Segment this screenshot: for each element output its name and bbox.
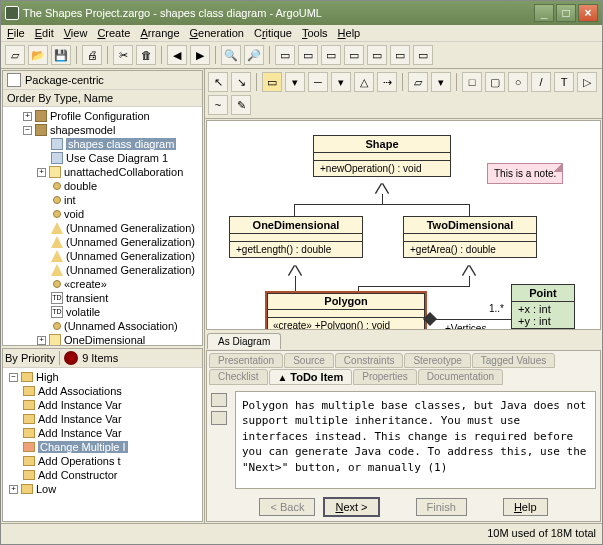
diag6-button[interactable]: ▭ [390,45,410,65]
tree-item[interactable]: (Unnamed Generalization) [5,221,200,235]
minimize-button[interactable]: _ [534,4,554,22]
order-combo[interactable]: Order By Type, Name [7,92,113,104]
tab-properties[interactable]: Properties [353,369,417,385]
tab-documentation[interactable]: Documentation [418,369,503,385]
next-button[interactable]: Next > [323,497,379,517]
zoom-button[interactable]: 🔎 [244,45,264,65]
todo-item[interactable]: Add Associations [5,384,200,398]
diag7-button[interactable]: ▭ [413,45,433,65]
todo-item[interactable]: Add Instance Var [5,412,200,426]
tab-as-diagram[interactable]: As Diagram [207,333,281,349]
tab-tagged-values[interactable]: Tagged Values [472,353,555,368]
new-button[interactable]: ▱ [5,45,25,65]
menu-help[interactable]: Help [338,27,361,39]
diag5-button[interactable]: ▭ [367,45,387,65]
tree-item[interactable]: (Unnamed Generalization) [5,249,200,263]
tree-item[interactable]: +OneDimensional [5,333,200,345]
note-element[interactable]: This is a note. [487,163,563,184]
todo-item[interactable]: Add Operations t [5,454,200,468]
select-tool[interactable]: ↖ [208,72,228,92]
snooze-icon[interactable] [211,411,227,425]
tab-source[interactable]: Source [284,353,334,368]
curve-tool[interactable]: ~ [208,95,228,115]
print-button[interactable]: 🖨 [82,45,102,65]
menu-create[interactable]: Create [97,27,130,39]
class-shape[interactable]: Shape +newOperation() : void [313,135,451,177]
tree-item[interactable]: TDvolatile [5,305,200,319]
class-point[interactable]: Point +x : int+y : int [511,284,575,330]
note-tool[interactable]: ▱ [408,72,428,92]
rect-tool[interactable]: □ [462,72,482,92]
line-tool[interactable]: / [531,72,551,92]
assoc-tool[interactable]: ─ [308,72,328,92]
find-button[interactable]: 🔍 [221,45,241,65]
menu-file[interactable]: File [7,27,25,39]
tree-item[interactable]: «create» [5,277,200,291]
text-tool[interactable]: T [554,72,574,92]
diag1-button[interactable]: ▭ [275,45,295,65]
diag2-button[interactable]: ▭ [298,45,318,65]
broom-tool[interactable]: ↘ [231,72,251,92]
wizard-icon[interactable] [211,393,227,407]
todo-item[interactable]: Add Instance Var [5,426,200,440]
class-onedimensional[interactable]: OneDimensional +getLength() : double [229,216,363,258]
tree-item[interactable]: (Unnamed Association) [5,319,200,333]
tab-checklist[interactable]: Checklist [209,369,268,385]
perspective-combo[interactable]: Package-centric [25,74,104,86]
tab-todo-item[interactable]: ▲ ToDo Item [269,369,353,385]
menu-arrange[interactable]: Arrange [140,27,179,39]
menu-tools[interactable]: Tools [302,27,328,39]
tree-item[interactable]: double [5,179,200,193]
cut-button[interactable]: ✂ [113,45,133,65]
ink-tool[interactable]: ✎ [231,95,251,115]
tab-presentation[interactable]: Presentation [209,353,283,368]
dep-tool[interactable]: ⇢ [377,72,397,92]
poly-tool[interactable]: ▷ [577,72,597,92]
close-button[interactable]: × [578,4,598,22]
menu-critique[interactable]: Critique [254,27,292,39]
gen-tool[interactable]: △ [354,72,374,92]
delete-button[interactable]: 🗑 [136,45,156,65]
rrect-tool[interactable]: ▢ [485,72,505,92]
diag4-button[interactable]: ▭ [344,45,364,65]
note-drop[interactable]: ▾ [431,72,451,92]
tree-item[interactable]: (Unnamed Generalization) [5,235,200,249]
tree-item[interactable]: int [5,193,200,207]
class-polygon[interactable]: Polygon «create» +Polygon() : void [265,291,427,330]
menu-generation[interactable]: Generation [190,27,244,39]
help-button[interactable]: Help [503,498,548,516]
tab-stereotype[interactable]: Stereotype [404,353,470,368]
menu-view[interactable]: View [64,27,88,39]
tree-item[interactable]: shapes class diagram [5,137,200,151]
diag3-button[interactable]: ▭ [321,45,341,65]
todo-tree[interactable]: −HighAdd AssociationsAdd Instance VarAdd… [3,368,202,521]
todo-item[interactable]: Change Multiple I [5,440,200,454]
tree-item[interactable]: Use Case Diagram 1 [5,151,200,165]
nav-fwd-button[interactable]: ▶ [190,45,210,65]
tree-item[interactable]: +unattachedCollaboration [5,165,200,179]
assoc-drop[interactable]: ▾ [331,72,351,92]
nav-back-button[interactable]: ◀ [167,45,187,65]
maximize-button[interactable]: □ [556,4,576,22]
circle-tool[interactable]: ○ [508,72,528,92]
tool-drop[interactable]: ▾ [285,72,305,92]
tree-item[interactable]: +Profile Configuration [5,109,200,123]
todo-item[interactable]: Add Instance Var [5,398,200,412]
todo-item[interactable]: +Low [5,482,200,496]
perspective-icon[interactable] [7,73,21,87]
tree-item[interactable]: TDtransient [5,291,200,305]
model-tree[interactable]: +Profile Configuration−shapesmodelshapes… [3,107,202,345]
class-tool[interactable]: ▭ [262,72,282,92]
tree-item[interactable]: −shapesmodel [5,123,200,137]
open-button[interactable]: 📂 [28,45,48,65]
diagram-canvas[interactable]: Shape +newOperation() : void This is a n… [206,120,601,330]
tab-constraints[interactable]: Constraints [335,353,404,368]
tree-item[interactable]: (Unnamed Generalization) [5,263,200,277]
todo-item[interactable]: Add Constructor [5,468,200,482]
tree-item[interactable]: void [5,207,200,221]
class-twodimensional[interactable]: TwoDimensional +getArea() : double [403,216,537,258]
save-button[interactable]: 💾 [51,45,71,65]
todo-item[interactable]: −High [5,370,200,384]
priority-combo[interactable]: By Priority [5,352,55,364]
menu-edit[interactable]: Edit [35,27,54,39]
